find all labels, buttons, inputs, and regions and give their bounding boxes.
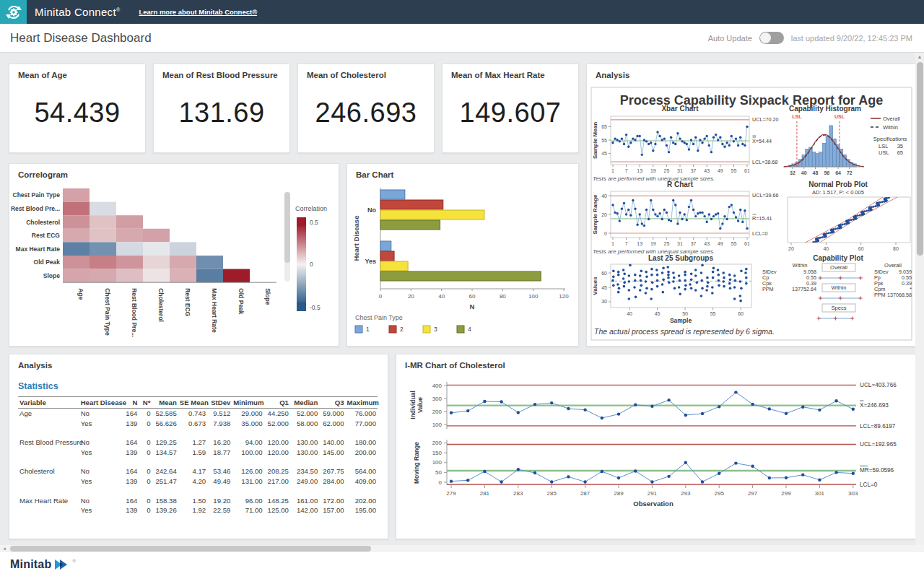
svg-text:Heart Disease: Heart Disease <box>352 216 360 261</box>
table-cell: 120.00 <box>264 448 290 457</box>
table-cell: 145.00 <box>319 448 345 457</box>
correlogram-cell[interactable] <box>90 229 116 243</box>
vertical-scrollbar-thumb[interactable] <box>917 62 923 256</box>
svg-text:303: 303 <box>848 490 858 497</box>
bar-yes-type1[interactable] <box>380 241 391 251</box>
svg-text:N: N <box>470 302 475 310</box>
svg-text:Overall: Overall <box>830 264 847 271</box>
table-cell: 409.00 <box>346 476 378 486</box>
auto-update-label: Auto Update <box>708 34 752 43</box>
column-header: SE Mean <box>178 397 207 409</box>
statistics-table: VariableHeart DiseaseNN*MeanSE MeanStDev… <box>18 396 380 515</box>
column-header: StDev <box>207 397 232 409</box>
correlogram-cell[interactable] <box>143 256 170 269</box>
correlogram-cell[interactable] <box>63 188 90 202</box>
bar-yes-type2[interactable] <box>380 251 394 261</box>
correlogram-cell[interactable] <box>63 215 90 229</box>
bar-yes-type4[interactable] <box>380 271 541 281</box>
svg-text:100: 100 <box>528 293 539 300</box>
svg-text:R Chart: R Chart <box>667 180 694 188</box>
svg-text:Max Heart Rate: Max Heart Rate <box>211 288 218 333</box>
svg-text:Moving Range: Moving Range <box>413 442 420 484</box>
table-cell: 0 <box>139 448 152 457</box>
table-cell: 139.26 <box>152 505 178 515</box>
legend-swatch-type1[interactable] <box>355 326 362 333</box>
legend-swatch-type2[interactable] <box>389 326 396 333</box>
correlogram-scroll-thumb[interactable] <box>284 192 290 263</box>
vertical-scrollbar[interactable]: ▲ <box>915 52 924 545</box>
bar-no-type2[interactable] <box>380 200 443 209</box>
column-header: Variable <box>18 397 79 409</box>
correlogram-cell[interactable] <box>63 229 90 243</box>
spacer-row <box>18 486 378 495</box>
svg-text:LCL=0: LCL=0 <box>752 230 767 237</box>
correlogram-cell[interactable] <box>90 215 116 229</box>
bar-no-type3[interactable] <box>380 210 484 219</box>
svg-text:PPM: PPM <box>874 292 886 298</box>
bar-yes-type3[interactable] <box>380 261 408 271</box>
bar-no-type4[interactable] <box>380 220 440 230</box>
correlogram-cell[interactable] <box>116 256 143 269</box>
auto-update-toggle[interactable] <box>759 32 784 44</box>
svg-text:Chest Pain Type: Chest Pain Type <box>13 191 61 199</box>
page-header: Heart Disease Dashboard Auto Update last… <box>0 24 924 53</box>
minitab-connect-logo[interactable] <box>0 0 27 24</box>
correlogram-cell[interactable] <box>170 269 196 283</box>
horizontal-scrollbar[interactable]: ◄ <box>0 545 924 552</box>
scroll-left-arrow-icon[interactable]: ◄ <box>0 545 9 552</box>
svg-text:45: 45 <box>601 285 607 290</box>
imr-chart: 100200300400UCL=403.766X=246.693LCL=89.6… <box>396 354 916 539</box>
correlogram-cell[interactable] <box>196 256 223 269</box>
correlogram-cell[interactable] <box>90 269 116 283</box>
svg-text:Value: Value <box>417 397 424 413</box>
scroll-up-arrow-icon[interactable]: ▲ <box>915 53 924 61</box>
minitab-footer-logo[interactable]: Minitab ® <box>10 559 76 570</box>
correlogram-cell[interactable] <box>116 269 143 283</box>
correlogram-cell[interactable] <box>143 229 170 243</box>
correlogram-cell[interactable] <box>90 202 116 216</box>
correlogram-cell[interactable] <box>90 256 116 269</box>
statistics-heading: Statistics <box>18 381 58 391</box>
table-cell: 139 <box>121 418 139 427</box>
svg-text:19: 19 <box>650 241 656 246</box>
svg-text:61: 61 <box>744 241 750 246</box>
table-cell: 180.00 <box>346 437 378 447</box>
correlogram-cell[interactable] <box>63 202 90 216</box>
correlogram-cell[interactable] <box>170 242 196 256</box>
legend-swatch-type4[interactable] <box>457 326 464 333</box>
table-cell: Rest Blood Pressure <box>18 437 79 447</box>
svg-text:Normal Prob Plot: Normal Prob Plot <box>808 180 868 188</box>
table-header-row: VariableHeart DiseaseNN*MeanSE MeanStDev… <box>18 397 378 409</box>
correlogram-cell[interactable] <box>90 242 116 256</box>
svg-text:LSL: LSL <box>879 143 888 149</box>
correlogram-cell[interactable] <box>170 256 196 269</box>
correlogram-cell[interactable] <box>223 269 250 283</box>
correlogram-cell[interactable] <box>63 256 90 269</box>
svg-text:80: 80 <box>500 293 506 300</box>
correlogram-cell[interactable] <box>196 269 223 283</box>
learn-more-link[interactable]: Learn more about Minitab Connect® <box>139 8 257 16</box>
table-cell: Yes <box>79 476 121 486</box>
svg-text:Rest Blood Pre...: Rest Blood Pre... <box>11 205 60 212</box>
correlogram-cell[interactable] <box>116 229 143 243</box>
table-cell: 56.626 <box>152 418 178 427</box>
bar-no-type1[interactable] <box>380 190 405 199</box>
correlogram-cell[interactable] <box>63 269 90 283</box>
svg-text:UCL=192.965: UCL=192.965 <box>860 441 897 448</box>
correlogram-cell[interactable] <box>63 242 90 256</box>
horizontal-scrollbar-thumb[interactable] <box>10 546 371 552</box>
column-header: Q3 <box>319 397 345 409</box>
correlogram-cell[interactable] <box>143 242 170 256</box>
svg-text:61: 61 <box>744 168 750 173</box>
correlogram-cell[interactable] <box>116 215 143 229</box>
svg-text:43: 43 <box>704 241 710 246</box>
table-cell: 131.00 <box>232 476 263 486</box>
legend-swatch-type3[interactable] <box>423 326 430 333</box>
table-cell: 49.49 <box>207 476 232 486</box>
svg-text:USL: USL <box>834 114 845 119</box>
svg-text:400: 400 <box>432 383 443 389</box>
table-cell <box>18 418 79 427</box>
correlogram-cell[interactable] <box>143 269 170 283</box>
correlogram-cell[interactable] <box>116 242 143 256</box>
svg-text:80: 80 <box>893 246 899 251</box>
